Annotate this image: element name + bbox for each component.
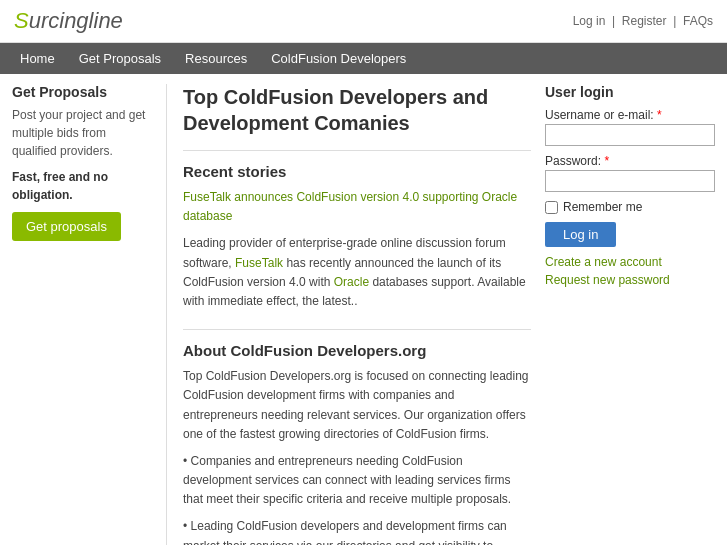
oracle-link[interactable]: Oracle [334,275,369,289]
get-proposals-button[interactable]: Get proposals [12,212,121,241]
username-label: Username or e-mail: * [545,108,715,122]
login-link[interactable]: Log in [573,14,606,28]
header: Surcingline Log in | Register | FAQs [0,0,727,43]
main-wrapper: Get Proposals Post your project and get … [0,74,727,545]
main-content: Top ColdFusion Developers and Developmen… [166,84,531,545]
nav-home[interactable]: Home [8,43,67,74]
account-links: Create a new account Request new passwor… [545,255,715,287]
nav-resources[interactable]: Resources [173,43,259,74]
login-button[interactable]: Log in [545,222,616,247]
password-required: * [604,154,609,168]
logo-accent: S [14,8,29,33]
left-sidebar: Get Proposals Post your project and get … [12,84,152,545]
fusetalk-link[interactable]: FuseTalk [235,256,283,270]
header-links: Log in | Register | FAQs [573,14,713,28]
right-sidebar: User login Username or e-mail: * Passwor… [545,84,715,545]
register-link[interactable]: Register [622,14,667,28]
about-bullet2: • Leading ColdFusion developers and deve… [183,517,531,545]
about-section: About ColdFusion Developers.org Top Cold… [183,329,531,545]
username-required: * [657,108,662,122]
sidebar-tagline: Fast, free and no obligation. [12,168,152,204]
recent-stories-section: Recent stories FuseTalk announces ColdFu… [183,150,531,311]
logo-text: urcingline [29,8,123,33]
faqs-link[interactable]: FAQs [683,14,713,28]
request-password-link[interactable]: Request new password [545,273,715,287]
about-para1: Top ColdFusion Developers.org is focused… [183,367,531,444]
nav-coldfusion-developers[interactable]: ColdFusion Developers [259,43,418,74]
story-body: Leading provider of enterprise-grade onl… [183,234,531,311]
story-link[interactable]: FuseTalk announces ColdFusion version 4.… [183,190,517,223]
password-input[interactable] [545,170,715,192]
page-title: Top ColdFusion Developers and Developmen… [183,84,531,136]
about-bullet1: • Companies and entrepreneurs needing Co… [183,452,531,510]
username-input[interactable] [545,124,715,146]
about-heading: About ColdFusion Developers.org [183,342,531,359]
remember-row: Remember me [545,200,715,214]
logo: Surcingline [14,8,123,34]
password-label: Password: * [545,154,715,168]
nav-get-proposals[interactable]: Get Proposals [67,43,173,74]
create-account-link[interactable]: Create a new account [545,255,715,269]
sidebar-description: Post your project and get multiple bids … [12,106,152,160]
main-nav: Home Get Proposals Resources ColdFusion … [0,43,727,74]
remember-label: Remember me [563,200,642,214]
user-login-heading: User login [545,84,715,100]
remember-checkbox[interactable] [545,201,558,214]
sidebar-heading: Get Proposals [12,84,152,100]
recent-stories-heading: Recent stories [183,163,531,180]
